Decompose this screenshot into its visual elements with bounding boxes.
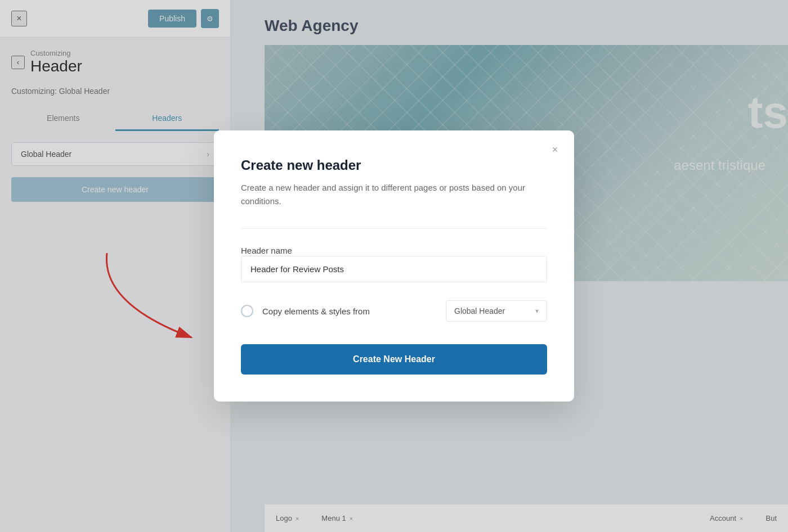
header-name-label: Header name	[241, 246, 292, 255]
chevron-down-icon: ▾	[535, 307, 539, 315]
copy-label: Copy elements & styles from	[262, 306, 370, 316]
copy-source-label: Global Header	[454, 306, 505, 315]
modal-title: Create new header	[241, 157, 547, 173]
modal-close-button[interactable]: ×	[547, 142, 563, 157]
modal-overlay: × Create new header Create a new header …	[0, 0, 788, 532]
create-new-header-submit[interactable]: Create New Header	[241, 344, 547, 375]
modal-divider	[241, 228, 547, 229]
header-name-input[interactable]	[241, 256, 547, 282]
copy-row: Copy elements & styles from Global Heade…	[241, 300, 547, 322]
create-header-modal: × Create new header Create a new header …	[214, 130, 574, 402]
modal-description: Create a new header and assign it to dif…	[241, 181, 547, 208]
copy-radio[interactable]	[241, 305, 253, 317]
copy-source-dropdown[interactable]: Global Header ▾	[446, 300, 547, 322]
